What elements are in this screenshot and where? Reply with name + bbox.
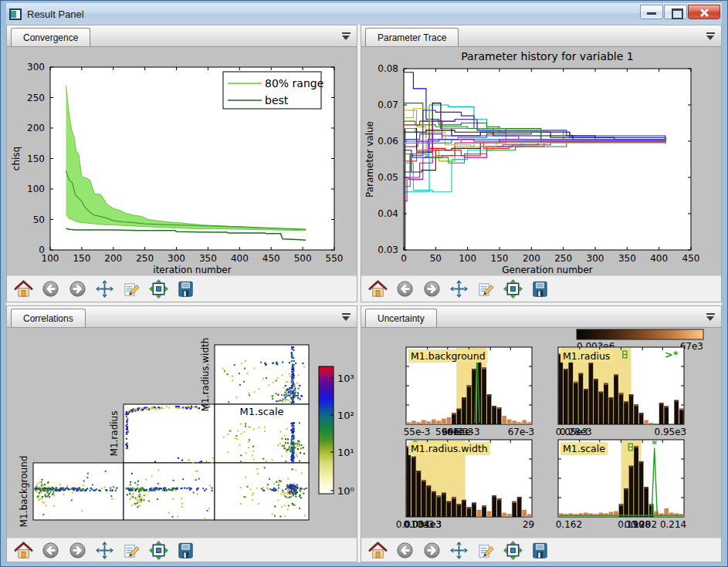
svg-text:55e-3: 55e-3 — [404, 427, 431, 437]
convergence-toolbar — [7, 275, 357, 302]
tab-correlations[interactable]: Correlations — [11, 309, 86, 327]
forward-button[interactable] — [422, 278, 442, 299]
save-button[interactable] — [530, 278, 550, 299]
svg-text:67e-3: 67e-3 — [508, 427, 535, 437]
minimize-button[interactable] — [640, 5, 663, 19]
svg-text:250: 250 — [554, 253, 572, 264]
correlations-toolbar — [7, 538, 357, 562]
svg-text:150: 150 — [73, 253, 90, 264]
svg-text:400: 400 — [650, 253, 668, 264]
svg-text:M1.radius.width: M1.radius.width — [200, 338, 211, 412]
configure-subplots-button[interactable] — [503, 540, 523, 561]
client-area: Convergence 1001502002503003504004505005… — [6, 25, 722, 562]
svg-text:0: 0 — [401, 253, 407, 264]
svg-text:200: 200 — [27, 123, 45, 133]
correlations-panel: Correlations M1.scaleM1.radius.widthM1.r… — [6, 305, 357, 562]
titlebar[interactable]: Result Panel — [6, 3, 722, 25]
tab-list-dropdown-icon[interactable] — [706, 313, 715, 321]
configure-subplots-button[interactable] — [503, 278, 523, 299]
pan-button[interactable] — [94, 540, 115, 561]
svg-text:10³: 10³ — [337, 373, 354, 384]
configure-subplots-button[interactable] — [148, 540, 169, 561]
home-button[interactable] — [13, 278, 34, 299]
tab-convergence-label: Convergence — [23, 32, 78, 43]
tab-list-dropdown-icon[interactable] — [706, 32, 715, 40]
svg-text:*: * — [652, 438, 658, 452]
tab-convergence[interactable]: Convergence — [11, 28, 90, 46]
parameter-trace-toolbar — [361, 275, 721, 302]
edit-button[interactable] — [476, 540, 496, 561]
svg-text:0.06: 0.06 — [378, 136, 398, 147]
home-button[interactable] — [367, 278, 388, 299]
save-button[interactable] — [530, 540, 550, 561]
svg-text:300: 300 — [587, 253, 604, 264]
correlations-figure: M1.scaleM1.radius.widthM1.radiusM1.backg… — [7, 328, 357, 538]
tab-parameter-trace[interactable]: Parameter Trace — [365, 28, 459, 46]
edit-button[interactable] — [476, 278, 496, 299]
convergence-panel: Convergence 1001502002503003504004505005… — [6, 25, 357, 302]
tab-correlations-label: Correlations — [23, 313, 73, 324]
svg-text:63e-3: 63e-3 — [453, 427, 480, 437]
svg-text:250: 250 — [27, 93, 45, 103]
pan-button[interactable] — [449, 540, 469, 561]
svg-text:29: 29 — [523, 519, 534, 530]
svg-text:0.034e3: 0.034e3 — [404, 519, 442, 530]
uncertainty-toolbar — [361, 538, 721, 562]
svg-text:M1.scale: M1.scale — [563, 443, 605, 454]
svg-text:450: 450 — [262, 253, 280, 264]
svg-text:10¹: 10¹ — [337, 447, 354, 458]
svg-text:0: 0 — [39, 245, 45, 255]
pan-button[interactable] — [94, 278, 115, 299]
svg-text:10²: 10² — [337, 410, 354, 421]
tab-parameter-trace-label: Parameter Trace — [378, 32, 446, 43]
svg-text:50: 50 — [430, 253, 442, 264]
svg-text:550: 550 — [326, 253, 344, 264]
convergence-tabbar: Convergence — [7, 25, 357, 47]
close-button[interactable] — [688, 5, 720, 19]
svg-text:iteration number: iteration number — [153, 265, 231, 275]
svg-text:M1.radius: M1.radius — [563, 350, 610, 362]
back-button[interactable] — [40, 540, 61, 561]
pan-button[interactable] — [449, 278, 469, 299]
home-button[interactable] — [367, 540, 388, 561]
svg-text:>*: >* — [665, 349, 679, 360]
svg-text:500: 500 — [294, 253, 312, 264]
svg-text:300: 300 — [27, 62, 45, 73]
back-button[interactable] — [40, 278, 61, 299]
svg-text:150: 150 — [491, 253, 509, 264]
svg-text:100: 100 — [459, 253, 476, 264]
svg-text:M1.background: M1.background — [411, 350, 486, 362]
svg-text:80% range: 80% range — [265, 77, 323, 89]
window-title: Result Panel — [27, 8, 84, 20]
home-button[interactable] — [13, 540, 34, 561]
forward-button[interactable] — [422, 540, 442, 561]
tab-list-dropdown-icon[interactable] — [342, 32, 350, 40]
configure-subplots-button[interactable] — [148, 278, 169, 299]
svg-text:best: best — [265, 94, 289, 106]
back-button[interactable] — [394, 278, 415, 299]
edit-button[interactable] — [121, 278, 142, 299]
window-icon — [9, 8, 22, 20]
forward-button[interactable] — [67, 278, 88, 299]
svg-text:450: 450 — [682, 253, 700, 264]
edit-button[interactable] — [121, 540, 142, 561]
tab-list-dropdown-icon[interactable] — [342, 313, 350, 321]
result-panel-window: Result Panel Convergence 100150200250300… — [0, 0, 728, 567]
svg-text:100: 100 — [27, 184, 45, 194]
svg-text:chisq: chisq — [11, 147, 22, 170]
tab-uncertainty-label: Uncertainty — [378, 313, 425, 324]
forward-button[interactable] — [67, 540, 88, 561]
svg-text:Parameter history for variable: Parameter history for variable 1 — [461, 50, 633, 62]
tab-uncertainty[interactable]: Uncertainty — [365, 309, 437, 327]
parameter-trace-panel: Parameter Trace Parameter history for va… — [361, 25, 722, 302]
svg-text:300: 300 — [168, 253, 185, 264]
svg-text:0.08: 0.08 — [378, 63, 398, 74]
save-button[interactable] — [175, 540, 196, 561]
uncertainty-panel: Uncertainty 0.003e667e3M1.backgroundM1.b… — [361, 305, 722, 562]
save-button[interactable] — [175, 278, 196, 299]
svg-text:0.202: 0.202 — [631, 519, 657, 530]
svg-text:M1.radius: M1.radius — [109, 411, 120, 457]
maximize-button[interactable] — [664, 5, 687, 19]
back-button[interactable] — [394, 540, 415, 561]
svg-text:150: 150 — [27, 154, 45, 164]
